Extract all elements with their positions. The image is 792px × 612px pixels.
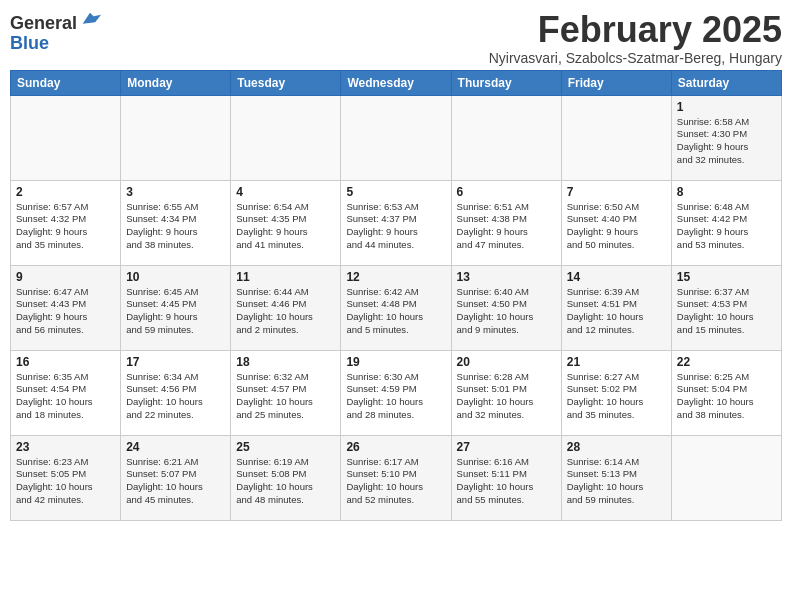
day-of-week-header: Monday bbox=[121, 70, 231, 95]
day-info: Sunrise: 6:25 AM Sunset: 5:04 PM Dayligh… bbox=[677, 371, 776, 422]
day-info: Sunrise: 6:27 AM Sunset: 5:02 PM Dayligh… bbox=[567, 371, 666, 422]
day-number: 8 bbox=[677, 185, 776, 199]
calendar-cell: 2Sunrise: 6:57 AM Sunset: 4:32 PM Daylig… bbox=[11, 180, 121, 265]
calendar-cell bbox=[11, 95, 121, 180]
calendar-cell: 18Sunrise: 6:32 AM Sunset: 4:57 PM Dayli… bbox=[231, 350, 341, 435]
calendar-cell: 7Sunrise: 6:50 AM Sunset: 4:40 PM Daylig… bbox=[561, 180, 671, 265]
day-number: 13 bbox=[457, 270, 556, 284]
calendar-cell: 1Sunrise: 6:58 AM Sunset: 4:30 PM Daylig… bbox=[671, 95, 781, 180]
day-info: Sunrise: 6:53 AM Sunset: 4:37 PM Dayligh… bbox=[346, 201, 445, 252]
day-info: Sunrise: 6:37 AM Sunset: 4:53 PM Dayligh… bbox=[677, 286, 776, 337]
calendar-cell: 8Sunrise: 6:48 AM Sunset: 4:42 PM Daylig… bbox=[671, 180, 781, 265]
logo-general-text: General bbox=[10, 14, 77, 34]
calendar-cell: 28Sunrise: 6:14 AM Sunset: 5:13 PM Dayli… bbox=[561, 435, 671, 520]
day-number: 21 bbox=[567, 355, 666, 369]
day-info: Sunrise: 6:35 AM Sunset: 4:54 PM Dayligh… bbox=[16, 371, 115, 422]
day-info: Sunrise: 6:47 AM Sunset: 4:43 PM Dayligh… bbox=[16, 286, 115, 337]
logo-text: General Blue bbox=[10, 14, 101, 54]
day-number: 6 bbox=[457, 185, 556, 199]
day-number: 22 bbox=[677, 355, 776, 369]
day-number: 18 bbox=[236, 355, 335, 369]
day-info: Sunrise: 6:19 AM Sunset: 5:08 PM Dayligh… bbox=[236, 456, 335, 507]
day-number: 19 bbox=[346, 355, 445, 369]
calendar-cell: 16Sunrise: 6:35 AM Sunset: 4:54 PM Dayli… bbox=[11, 350, 121, 435]
day-info: Sunrise: 6:30 AM Sunset: 4:59 PM Dayligh… bbox=[346, 371, 445, 422]
calendar-cell: 22Sunrise: 6:25 AM Sunset: 5:04 PM Dayli… bbox=[671, 350, 781, 435]
month-title: February 2025 bbox=[489, 10, 782, 50]
calendar-table: SundayMondayTuesdayWednesdayThursdayFrid… bbox=[10, 70, 782, 521]
logo: General Blue bbox=[10, 14, 101, 54]
day-info: Sunrise: 6:28 AM Sunset: 5:01 PM Dayligh… bbox=[457, 371, 556, 422]
calendar-cell bbox=[341, 95, 451, 180]
svg-marker-0 bbox=[83, 13, 101, 24]
calendar-cell bbox=[231, 95, 341, 180]
day-of-week-header: Tuesday bbox=[231, 70, 341, 95]
day-number: 3 bbox=[126, 185, 225, 199]
calendar-cell: 3Sunrise: 6:55 AM Sunset: 4:34 PM Daylig… bbox=[121, 180, 231, 265]
page-header: General Blue February 2025 Nyirvasvari, … bbox=[10, 10, 782, 66]
calendar-cell: 6Sunrise: 6:51 AM Sunset: 4:38 PM Daylig… bbox=[451, 180, 561, 265]
day-number: 9 bbox=[16, 270, 115, 284]
day-of-week-header: Sunday bbox=[11, 70, 121, 95]
day-number: 20 bbox=[457, 355, 556, 369]
calendar-cell: 27Sunrise: 6:16 AM Sunset: 5:11 PM Dayli… bbox=[451, 435, 561, 520]
day-number: 2 bbox=[16, 185, 115, 199]
day-info: Sunrise: 6:16 AM Sunset: 5:11 PM Dayligh… bbox=[457, 456, 556, 507]
day-number: 5 bbox=[346, 185, 445, 199]
calendar-cell: 15Sunrise: 6:37 AM Sunset: 4:53 PM Dayli… bbox=[671, 265, 781, 350]
day-number: 17 bbox=[126, 355, 225, 369]
day-info: Sunrise: 6:51 AM Sunset: 4:38 PM Dayligh… bbox=[457, 201, 556, 252]
calendar-cell: 25Sunrise: 6:19 AM Sunset: 5:08 PM Dayli… bbox=[231, 435, 341, 520]
day-info: Sunrise: 6:32 AM Sunset: 4:57 PM Dayligh… bbox=[236, 371, 335, 422]
day-number: 4 bbox=[236, 185, 335, 199]
day-number: 1 bbox=[677, 100, 776, 114]
day-number: 12 bbox=[346, 270, 445, 284]
calendar-cell: 17Sunrise: 6:34 AM Sunset: 4:56 PM Dayli… bbox=[121, 350, 231, 435]
day-number: 26 bbox=[346, 440, 445, 454]
calendar-cell: 5Sunrise: 6:53 AM Sunset: 4:37 PM Daylig… bbox=[341, 180, 451, 265]
calendar-cell: 13Sunrise: 6:40 AM Sunset: 4:50 PM Dayli… bbox=[451, 265, 561, 350]
calendar-cell: 9Sunrise: 6:47 AM Sunset: 4:43 PM Daylig… bbox=[11, 265, 121, 350]
day-info: Sunrise: 6:45 AM Sunset: 4:45 PM Dayligh… bbox=[126, 286, 225, 337]
day-info: Sunrise: 6:17 AM Sunset: 5:10 PM Dayligh… bbox=[346, 456, 445, 507]
day-info: Sunrise: 6:55 AM Sunset: 4:34 PM Dayligh… bbox=[126, 201, 225, 252]
calendar-cell: 10Sunrise: 6:45 AM Sunset: 4:45 PM Dayli… bbox=[121, 265, 231, 350]
calendar-cell: 21Sunrise: 6:27 AM Sunset: 5:02 PM Dayli… bbox=[561, 350, 671, 435]
day-info: Sunrise: 6:14 AM Sunset: 5:13 PM Dayligh… bbox=[567, 456, 666, 507]
day-info: Sunrise: 6:50 AM Sunset: 4:40 PM Dayligh… bbox=[567, 201, 666, 252]
day-info: Sunrise: 6:57 AM Sunset: 4:32 PM Dayligh… bbox=[16, 201, 115, 252]
day-number: 28 bbox=[567, 440, 666, 454]
day-number: 11 bbox=[236, 270, 335, 284]
title-block: February 2025 Nyirvasvari, Szabolcs-Szat… bbox=[489, 10, 782, 66]
day-number: 24 bbox=[126, 440, 225, 454]
day-number: 10 bbox=[126, 270, 225, 284]
day-number: 14 bbox=[567, 270, 666, 284]
calendar-cell bbox=[561, 95, 671, 180]
day-of-week-header: Saturday bbox=[671, 70, 781, 95]
logo-blue-text: Blue bbox=[10, 34, 101, 54]
day-info: Sunrise: 6:48 AM Sunset: 4:42 PM Dayligh… bbox=[677, 201, 776, 252]
calendar-cell bbox=[671, 435, 781, 520]
day-info: Sunrise: 6:42 AM Sunset: 4:48 PM Dayligh… bbox=[346, 286, 445, 337]
calendar-cell: 26Sunrise: 6:17 AM Sunset: 5:10 PM Dayli… bbox=[341, 435, 451, 520]
day-info: Sunrise: 6:21 AM Sunset: 5:07 PM Dayligh… bbox=[126, 456, 225, 507]
day-info: Sunrise: 6:54 AM Sunset: 4:35 PM Dayligh… bbox=[236, 201, 335, 252]
calendar-cell: 14Sunrise: 6:39 AM Sunset: 4:51 PM Dayli… bbox=[561, 265, 671, 350]
calendar-cell: 24Sunrise: 6:21 AM Sunset: 5:07 PM Dayli… bbox=[121, 435, 231, 520]
day-info: Sunrise: 6:40 AM Sunset: 4:50 PM Dayligh… bbox=[457, 286, 556, 337]
day-number: 27 bbox=[457, 440, 556, 454]
logo-bird-icon bbox=[79, 9, 101, 31]
calendar-cell: 20Sunrise: 6:28 AM Sunset: 5:01 PM Dayli… bbox=[451, 350, 561, 435]
day-of-week-header: Wednesday bbox=[341, 70, 451, 95]
day-of-week-header: Thursday bbox=[451, 70, 561, 95]
day-info: Sunrise: 6:34 AM Sunset: 4:56 PM Dayligh… bbox=[126, 371, 225, 422]
day-number: 16 bbox=[16, 355, 115, 369]
calendar-cell bbox=[121, 95, 231, 180]
day-number: 15 bbox=[677, 270, 776, 284]
day-info: Sunrise: 6:58 AM Sunset: 4:30 PM Dayligh… bbox=[677, 116, 776, 167]
calendar-cell bbox=[451, 95, 561, 180]
calendar-cell: 11Sunrise: 6:44 AM Sunset: 4:46 PM Dayli… bbox=[231, 265, 341, 350]
calendar-cell: 23Sunrise: 6:23 AM Sunset: 5:05 PM Dayli… bbox=[11, 435, 121, 520]
calendar-cell: 12Sunrise: 6:42 AM Sunset: 4:48 PM Dayli… bbox=[341, 265, 451, 350]
day-info: Sunrise: 6:39 AM Sunset: 4:51 PM Dayligh… bbox=[567, 286, 666, 337]
